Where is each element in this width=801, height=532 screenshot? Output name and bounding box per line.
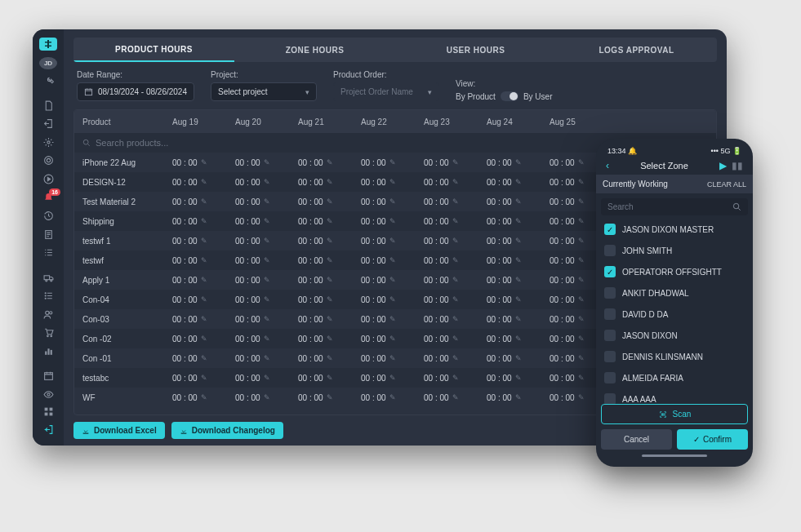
hours-cell[interactable]: 00 : 00✎ (487, 178, 550, 187)
doc-icon[interactable] (38, 98, 59, 113)
hours-cell[interactable]: 00 : 00✎ (172, 335, 235, 344)
hours-cell[interactable]: 00 : 00✎ (361, 295, 424, 304)
tab-zone-hours[interactable]: ZONE HOURS (234, 38, 395, 62)
hours-cell[interactable]: 00 : 00✎ (361, 217, 424, 226)
checkbox-icon[interactable] (604, 351, 616, 362)
hours-cell[interactable]: 00 : 00✎ (487, 197, 550, 206)
hours-cell[interactable]: 00 : 00✎ (172, 197, 235, 206)
hours-cell[interactable]: 00 : 00✎ (235, 276, 298, 285)
wrench-icon[interactable] (38, 73, 59, 88)
person-item[interactable]: JASON DIXON (601, 325, 748, 346)
hours-cell[interactable]: 00 : 00✎ (361, 256, 424, 265)
confirm-button[interactable]: ✓ Confirm (677, 429, 748, 450)
hours-cell[interactable]: 00 : 00✎ (424, 178, 487, 187)
hours-cell[interactable]: 00 : 00✎ (298, 178, 361, 187)
hours-cell[interactable]: 00 : 00✎ (487, 374, 550, 383)
bell-icon[interactable]: 16 (38, 190, 59, 206)
hours-cell[interactable]: 00 : 00✎ (172, 354, 235, 363)
checkbox-icon[interactable] (604, 372, 616, 383)
hours-cell[interactable]: 00 : 00✎ (298, 393, 361, 402)
eye-icon[interactable] (38, 387, 59, 402)
hours-cell[interactable]: 00 : 00✎ (235, 197, 298, 206)
hours-cell[interactable]: 00 : 00✎ (487, 295, 550, 304)
hours-cell[interactable]: 00 : 00✎ (424, 335, 487, 344)
person-item[interactable]: JOHN SMITH (601, 240, 748, 261)
hours-cell[interactable]: 00 : 00✎ (298, 276, 361, 285)
hours-cell[interactable]: 00 : 00✎ (172, 237, 235, 246)
hours-cell[interactable]: 00 : 00✎ (172, 374, 235, 383)
hours-cell[interactable]: 00 : 00✎ (172, 315, 235, 324)
product-order-input[interactable]: Project Order Name (333, 82, 439, 101)
gear-icon[interactable] (38, 135, 59, 150)
hours-cell[interactable]: 00 : 00✎ (298, 295, 361, 304)
hours-cell[interactable]: 00 : 00✎ (361, 276, 424, 285)
hours-cell[interactable]: 00 : 00✎ (424, 393, 487, 402)
hours-cell[interactable]: 00 : 00✎ (361, 335, 424, 344)
hours-cell[interactable]: 00 : 00✎ (361, 158, 424, 167)
hours-cell[interactable]: 00 : 00✎ (487, 354, 550, 363)
hours-cell[interactable]: 00 : 00✎ (424, 158, 487, 167)
hours-cell[interactable]: 00 : 00✎ (235, 217, 298, 226)
hours-cell[interactable]: 00 : 00✎ (298, 237, 361, 246)
play-icon[interactable] (38, 171, 59, 187)
checkbox-icon[interactable]: ✓ (604, 266, 616, 277)
hours-cell[interactable]: 00 : 00✎ (424, 237, 487, 246)
project-select[interactable]: Select project (211, 82, 317, 101)
person-item[interactable]: ✓JASON DIXON MASTER (601, 219, 748, 240)
hours-cell[interactable]: 00 : 00✎ (298, 374, 361, 383)
date-range-input[interactable]: 08/19/2024 - 08/26/2024 (77, 82, 194, 101)
list-icon[interactable] (38, 246, 59, 261)
hours-cell[interactable]: 00 : 00✎ (361, 315, 424, 324)
logout-icon[interactable] (38, 422, 59, 437)
avatar[interactable]: JD (39, 57, 57, 70)
target-icon[interactable] (38, 153, 59, 169)
hours-cell[interactable]: 00 : 00✎ (298, 335, 361, 344)
checkbox-icon[interactable] (604, 245, 616, 256)
person-item[interactable]: ✓OPERATORR OFFSIGHTT (601, 261, 748, 282)
hours-cell[interactable]: 00 : 00✎ (298, 158, 361, 167)
clear-all-button[interactable]: CLEAR ALL (707, 180, 746, 188)
download-excel-button[interactable]: Download Excel (73, 422, 165, 439)
person-item[interactable]: DENNIS KLINSMANN (601, 346, 748, 367)
tab-logs-approval[interactable]: LOGS APPROVAL (556, 38, 717, 62)
hours-cell[interactable]: 00 : 00✎ (235, 315, 298, 324)
menu-icon[interactable] (38, 288, 59, 304)
cancel-button[interactable]: Cancel (601, 429, 672, 450)
hours-cell[interactable]: 00 : 00✎ (424, 374, 487, 383)
hours-cell[interactable]: 00 : 00✎ (487, 315, 550, 324)
play-icon[interactable]: ▶ (719, 160, 727, 171)
users-icon[interactable] (38, 307, 59, 322)
calendar-icon[interactable] (38, 369, 59, 384)
person-item[interactable]: DAVID D DA (601, 304, 748, 325)
cart-icon[interactable] (38, 326, 59, 341)
file-icon[interactable] (38, 227, 59, 242)
hours-cell[interactable]: 00 : 00✎ (235, 354, 298, 363)
download-changelog-button[interactable]: Download Changelog (171, 422, 283, 439)
hours-cell[interactable]: 00 : 00✎ (235, 158, 298, 167)
phone-search[interactable]: Search (601, 198, 748, 215)
hours-cell[interactable]: 00 : 00✎ (487, 237, 550, 246)
hours-cell[interactable]: 00 : 00✎ (424, 315, 487, 324)
back-icon[interactable]: ‹ (606, 160, 609, 171)
hours-cell[interactable]: 00 : 00✎ (298, 354, 361, 363)
hours-cell[interactable]: 00 : 00✎ (424, 217, 487, 226)
hours-cell[interactable]: 00 : 00✎ (361, 197, 424, 206)
hours-cell[interactable]: 00 : 00✎ (487, 158, 550, 167)
hours-cell[interactable]: 00 : 00✎ (424, 276, 487, 285)
hours-cell[interactable]: 00 : 00✎ (235, 335, 298, 344)
tab-product-hours[interactable]: PRODUCT HOURS (73, 38, 234, 62)
hours-cell[interactable]: 00 : 00✎ (235, 295, 298, 304)
hours-cell[interactable]: 00 : 00✎ (298, 217, 361, 226)
checkbox-icon[interactable] (604, 287, 616, 299)
hours-cell[interactable]: 00 : 00✎ (361, 393, 424, 402)
checkbox-icon[interactable] (604, 330, 616, 341)
hours-cell[interactable]: 00 : 00✎ (424, 256, 487, 265)
view-toggle[interactable]: By Product By User (456, 91, 552, 101)
hours-cell[interactable]: 00 : 00✎ (487, 335, 550, 344)
person-item[interactable]: AAA AAA (601, 388, 748, 404)
hours-cell[interactable]: 00 : 00✎ (172, 158, 235, 167)
hours-cell[interactable]: 00 : 00✎ (487, 393, 550, 402)
history-icon[interactable] (38, 208, 59, 224)
person-item[interactable]: ANKIT DHADWAL (601, 282, 748, 304)
checkbox-icon[interactable] (604, 308, 616, 320)
